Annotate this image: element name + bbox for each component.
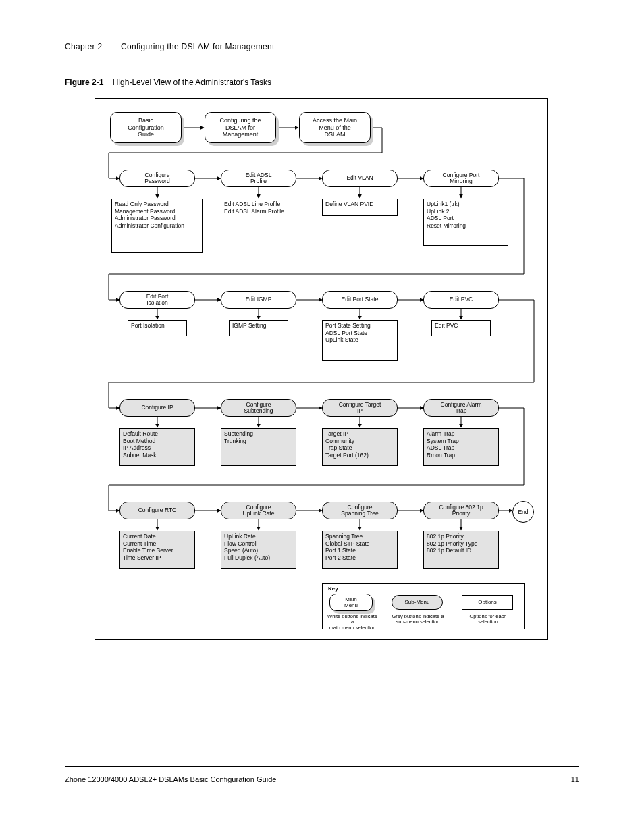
mainmenu-button-label: BasicConfigurationGuide — [110, 112, 182, 143]
legend-mainmenu-label: MainMenu — [329, 594, 373, 611]
page-header: Chapter 2 Configuring the DSLAM for Mana… — [65, 42, 275, 51]
end-node: End — [512, 501, 534, 523]
submenu-edit-igmp: Edit IGMP — [221, 291, 296, 309]
options-configure-ip: Default RouteBoot MethodIP AddressSubnet… — [119, 428, 195, 466]
submenu-configure-port-mirroring: Configure PortMirroring — [423, 170, 499, 187]
legend-box: Key MainMenu White buttons indicate amai… — [322, 583, 525, 629]
submenu-edit-port-state: Edit Port State — [322, 291, 398, 309]
options-configure-rtc: Current DateCurrent TimeEnable Time Serv… — [119, 531, 195, 569]
mainmenu-button-config-dslam: Configuring theDSLAM forManagement — [205, 112, 276, 143]
options-configure-password: Read Only PasswordManagement PasswordAdm… — [111, 199, 203, 253]
options-edit-adsl-profile: Edit ADSL Line ProfileEdit ADSL Alarm Pr… — [221, 199, 296, 228]
figure-number: Figure 2-1 — [65, 78, 103, 87]
options-configure-alarm-trap: Alarm TrapSystem TrapADSL TrapRmon Trap — [423, 428, 499, 466]
submenu-configure-ip: Configure IP — [119, 399, 195, 417]
submenu-configure-alarm-trap: Configure AlarmTrap — [423, 399, 499, 417]
figure-caption: Figure 2-1 High-Level View of the Admini… — [65, 78, 271, 87]
submenu-edit-port-isolation: Edit PortIsolation — [119, 291, 195, 309]
submenu-configure-password: ConfigurePassword — [119, 170, 195, 187]
submenu-edit-vlan: Edit VLAN — [322, 170, 398, 187]
figure-caption-text: High-Level View of the Administrator's T… — [113, 78, 271, 87]
submenu-edit-pvc: Edit PVC — [423, 291, 499, 309]
options-edit-igmp: IGMP Setting — [229, 320, 288, 336]
submenu-configure-spanning-tree: ConfigureSpanning Tree — [322, 502, 398, 519]
legend-options-caption: Options for eachselection — [460, 614, 516, 625]
options-configure-uplink-rate: UpLink RateFlow ControlSpeed (Auto)Full … — [221, 531, 296, 569]
legend-options-sample: Options — [462, 595, 513, 610]
legend-title: Key — [328, 586, 338, 592]
chapter-title: Configuring the DSLAM for Management — [121, 42, 275, 51]
mainmenu-button-label: Access the MainMenu of theDSLAM — [299, 112, 371, 143]
mainmenu-button-basic-guide: BasicConfigurationGuide — [110, 112, 182, 143]
diagram-frame: BasicConfigurationGuide Configuring theD… — [95, 98, 548, 640]
options-configure-target-ip: Target IPCommunityTrap StateTarget Port … — [322, 428, 398, 466]
legend-mainmenu-sample: MainMenu — [329, 594, 373, 611]
submenu-configure-rtc: Configure RTC — [119, 502, 195, 519]
submenu-edit-adsl-profile: Edit ADSLProfile — [221, 170, 296, 187]
options-edit-vlan: Define VLAN PVID — [322, 199, 398, 216]
submenu-configure-8021p: Configure 802.1pPriority — [423, 502, 499, 519]
legend-mainmenu-caption: White buttons indicate amain menu select… — [325, 614, 379, 631]
mainmenu-button-label: Configuring theDSLAM forManagement — [205, 112, 276, 143]
options-configure-spanning-tree: Spanning TreeGlobal STP StatePort 1 Stat… — [322, 531, 398, 569]
options-configure-8021p: 802.1p Priority802.1p Priority Type802.1… — [423, 531, 499, 569]
submenu-configure-uplink-rate: ConfigureUpLink Rate — [221, 502, 296, 519]
options-edit-pvc: Edit PVC — [431, 320, 491, 336]
options-edit-port-state: Port State SettingADSL Port StateUpLink … — [322, 320, 398, 361]
submenu-configure-subtending: ConfigureSubtending — [221, 399, 296, 417]
chapter-label: Chapter 2 — [65, 42, 102, 51]
mainmenu-button-access-menu: Access the MainMenu of theDSLAM — [299, 112, 371, 143]
legend-submenu-caption: Grey buttons indicate asub-menu selectio… — [387, 614, 448, 625]
options-edit-port-isolation: Port Isolation — [128, 320, 187, 336]
footer-doc-title: Zhone 12000/4000 ADSL2+ DSLAMs Basic Con… — [65, 775, 276, 783]
footer-page-number: 11 — [571, 775, 579, 783]
submenu-configure-target-ip: Configure TargetIP — [322, 399, 398, 417]
options-configure-port-mirroring: UpLink1 (trk)UpLink 2ADSL PortReset Mirr… — [423, 199, 508, 246]
options-configure-subtending: SubtendingTrunking — [221, 428, 296, 466]
footer-rule — [65, 766, 579, 767]
legend-submenu-sample: Sub-Menu — [392, 595, 443, 610]
